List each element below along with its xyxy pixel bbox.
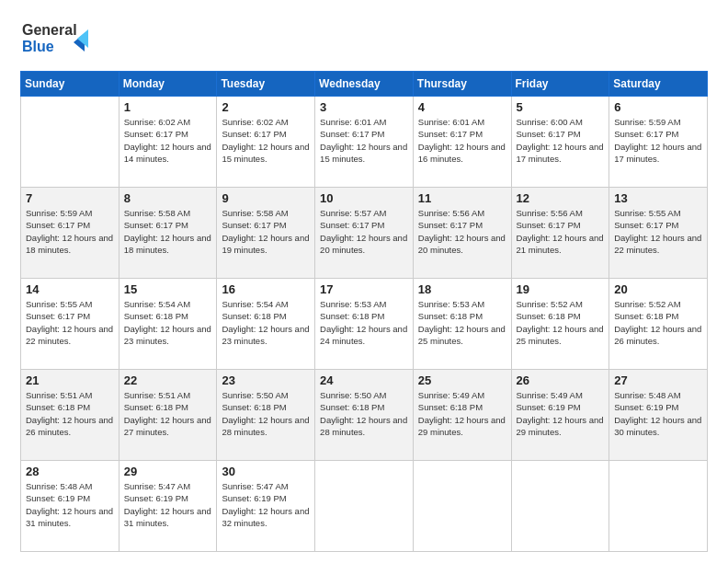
day-number: 30 <box>222 465 310 478</box>
calendar-cell: 18Sunrise: 5:53 AMSunset: 6:18 PMDayligh… <box>413 279 511 370</box>
day-info: Sunrise: 5:57 AMSunset: 6:17 PMDaylight:… <box>320 207 408 256</box>
day-info: Sunrise: 5:53 AMSunset: 6:18 PMDaylight:… <box>418 298 506 347</box>
logo-svg: General Blue <box>20 17 103 58</box>
calendar-cell: 5Sunrise: 6:00 AMSunset: 6:17 PMDaylight… <box>511 97 609 188</box>
calendar-cell <box>413 461 511 552</box>
day-number: 5 <box>517 100 605 114</box>
calendar-cell: 1Sunrise: 6:02 AMSunset: 6:17 PMDaylight… <box>119 97 217 188</box>
day-number: 25 <box>418 373 506 387</box>
day-info: Sunrise: 5:54 AMSunset: 6:18 PMDaylight:… <box>222 298 310 347</box>
day-number: 22 <box>124 373 212 387</box>
day-info: Sunrise: 5:56 AMSunset: 6:17 PMDaylight:… <box>418 207 506 256</box>
day-number: 26 <box>517 373 605 387</box>
calendar-cell: 26Sunrise: 5:49 AMSunset: 6:19 PMDayligh… <box>511 370 609 461</box>
calendar-day-header: Tuesday <box>217 72 315 97</box>
day-info: Sunrise: 6:02 AMSunset: 6:17 PMDaylight:… <box>124 116 212 165</box>
calendar-day-header: Saturday <box>609 72 708 97</box>
calendar-week-row: 14Sunrise: 5:55 AMSunset: 6:17 PMDayligh… <box>21 279 708 370</box>
header: General Blue <box>20 17 708 62</box>
calendar-day-header: Wednesday <box>315 72 414 97</box>
day-number: 11 <box>418 191 506 205</box>
day-number: 24 <box>320 373 408 387</box>
calendar-cell: 29Sunrise: 5:47 AMSunset: 6:19 PMDayligh… <box>119 461 217 552</box>
calendar-cell <box>315 461 414 552</box>
calendar-cell: 2Sunrise: 6:02 AMSunset: 6:17 PMDaylight… <box>217 97 315 188</box>
day-info: Sunrise: 5:48 AMSunset: 6:19 PMDaylight:… <box>26 480 114 529</box>
calendar-cell: 28Sunrise: 5:48 AMSunset: 6:19 PMDayligh… <box>21 461 119 552</box>
calendar-week-row: 1Sunrise: 6:02 AMSunset: 6:17 PMDaylight… <box>21 97 708 188</box>
calendar-week-row: 28Sunrise: 5:48 AMSunset: 6:19 PMDayligh… <box>21 461 708 552</box>
calendar-cell: 24Sunrise: 5:50 AMSunset: 6:18 PMDayligh… <box>315 370 414 461</box>
day-number: 28 <box>26 465 114 478</box>
day-info: Sunrise: 5:52 AMSunset: 6:18 PMDaylight:… <box>614 298 702 347</box>
day-number: 20 <box>614 282 702 296</box>
day-info: Sunrise: 5:55 AMSunset: 6:17 PMDaylight:… <box>614 207 702 256</box>
day-info: Sunrise: 5:56 AMSunset: 6:17 PMDaylight:… <box>517 207 605 256</box>
calendar-week-row: 21Sunrise: 5:51 AMSunset: 6:18 PMDayligh… <box>21 370 708 461</box>
day-number: 16 <box>222 282 310 296</box>
logo: General Blue <box>20 17 103 62</box>
day-info: Sunrise: 5:50 AMSunset: 6:18 PMDaylight:… <box>222 389 310 438</box>
day-info: Sunrise: 6:01 AMSunset: 6:17 PMDaylight:… <box>418 116 506 165</box>
calendar-table: SundayMondayTuesdayWednesdayThursdayFrid… <box>20 71 708 552</box>
day-info: Sunrise: 5:51 AMSunset: 6:18 PMDaylight:… <box>124 389 212 438</box>
day-number: 21 <box>26 373 114 387</box>
calendar-cell: 20Sunrise: 5:52 AMSunset: 6:18 PMDayligh… <box>609 279 708 370</box>
day-number: 6 <box>614 100 702 114</box>
calendar-cell <box>609 461 708 552</box>
calendar-cell: 10Sunrise: 5:57 AMSunset: 6:17 PMDayligh… <box>315 188 414 279</box>
calendar-cell: 7Sunrise: 5:59 AMSunset: 6:17 PMDaylight… <box>21 188 119 279</box>
day-number: 15 <box>124 282 212 296</box>
calendar-cell: 13Sunrise: 5:55 AMSunset: 6:17 PMDayligh… <box>609 188 708 279</box>
day-info: Sunrise: 5:54 AMSunset: 6:18 PMDaylight:… <box>124 298 212 347</box>
calendar-day-header: Monday <box>119 72 217 97</box>
day-info: Sunrise: 5:53 AMSunset: 6:18 PMDaylight:… <box>320 298 408 347</box>
calendar-day-header: Sunday <box>21 72 119 97</box>
day-number: 27 <box>614 373 702 387</box>
day-number: 17 <box>320 282 408 296</box>
calendar-cell: 27Sunrise: 5:48 AMSunset: 6:19 PMDayligh… <box>609 370 708 461</box>
calendar-cell: 23Sunrise: 5:50 AMSunset: 6:18 PMDayligh… <box>217 370 315 461</box>
day-info: Sunrise: 5:59 AMSunset: 6:17 PMDaylight:… <box>614 116 702 165</box>
day-number: 14 <box>26 282 114 296</box>
svg-text:General: General <box>22 22 77 38</box>
day-info: Sunrise: 6:01 AMSunset: 6:17 PMDaylight:… <box>320 116 408 165</box>
calendar-cell: 21Sunrise: 5:51 AMSunset: 6:18 PMDayligh… <box>21 370 119 461</box>
calendar-cell: 22Sunrise: 5:51 AMSunset: 6:18 PMDayligh… <box>119 370 217 461</box>
calendar-cell: 30Sunrise: 5:47 AMSunset: 6:19 PMDayligh… <box>217 461 315 552</box>
svg-text:Blue: Blue <box>22 39 54 54</box>
calendar-cell: 17Sunrise: 5:53 AMSunset: 6:18 PMDayligh… <box>315 279 414 370</box>
calendar-cell <box>21 97 119 188</box>
calendar-cell: 25Sunrise: 5:49 AMSunset: 6:18 PMDayligh… <box>413 370 511 461</box>
day-info: Sunrise: 5:51 AMSunset: 6:18 PMDaylight:… <box>26 389 114 438</box>
calendar-cell: 3Sunrise: 6:01 AMSunset: 6:17 PMDaylight… <box>315 97 414 188</box>
day-info: Sunrise: 5:48 AMSunset: 6:19 PMDaylight:… <box>614 389 702 438</box>
calendar-cell: 14Sunrise: 5:55 AMSunset: 6:17 PMDayligh… <box>21 279 119 370</box>
calendar-day-header: Thursday <box>413 72 511 97</box>
calendar-cell: 19Sunrise: 5:52 AMSunset: 6:18 PMDayligh… <box>511 279 609 370</box>
day-info: Sunrise: 5:58 AMSunset: 6:17 PMDaylight:… <box>124 207 212 256</box>
day-number: 13 <box>614 191 702 205</box>
day-info: Sunrise: 5:59 AMSunset: 6:17 PMDaylight:… <box>26 207 114 256</box>
calendar-cell: 12Sunrise: 5:56 AMSunset: 6:17 PMDayligh… <box>511 188 609 279</box>
day-info: Sunrise: 5:58 AMSunset: 6:17 PMDaylight:… <box>222 207 310 256</box>
calendar-week-row: 7Sunrise: 5:59 AMSunset: 6:17 PMDaylight… <box>21 188 708 279</box>
day-info: Sunrise: 6:00 AMSunset: 6:17 PMDaylight:… <box>517 116 605 165</box>
day-number: 9 <box>222 191 310 205</box>
day-number: 10 <box>320 191 408 205</box>
calendar-cell: 16Sunrise: 5:54 AMSunset: 6:18 PMDayligh… <box>217 279 315 370</box>
day-number: 1 <box>124 100 212 114</box>
day-number: 7 <box>26 191 114 205</box>
day-number: 8 <box>124 191 212 205</box>
day-info: Sunrise: 5:50 AMSunset: 6:18 PMDaylight:… <box>320 389 408 438</box>
calendar-cell: 11Sunrise: 5:56 AMSunset: 6:17 PMDayligh… <box>413 188 511 279</box>
page: General Blue SundayMondayTuesdayWednesda… <box>0 0 728 563</box>
day-number: 23 <box>222 373 310 387</box>
day-info: Sunrise: 6:02 AMSunset: 6:17 PMDaylight:… <box>222 116 310 165</box>
day-number: 3 <box>320 100 408 114</box>
calendar-cell: 8Sunrise: 5:58 AMSunset: 6:17 PMDaylight… <box>119 188 217 279</box>
day-number: 29 <box>124 465 212 478</box>
day-number: 2 <box>222 100 310 114</box>
day-info: Sunrise: 5:52 AMSunset: 6:18 PMDaylight:… <box>517 298 605 347</box>
day-info: Sunrise: 5:49 AMSunset: 6:19 PMDaylight:… <box>517 389 605 438</box>
